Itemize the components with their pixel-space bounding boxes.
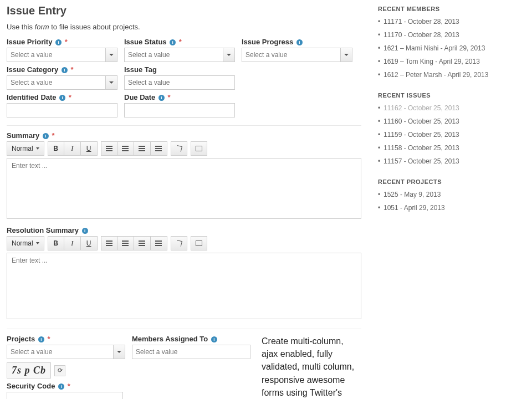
chevron-down-icon xyxy=(117,351,121,353)
link-icon xyxy=(176,240,182,247)
projects-select[interactable] xyxy=(7,345,125,359)
info-icon[interactable]: i xyxy=(43,133,49,139)
list-item[interactable]: 1621 – Mami Nishi - April 29, 2013 xyxy=(378,44,525,52)
italic-button[interactable]: I xyxy=(64,141,81,156)
dropdown-toggle[interactable] xyxy=(105,75,117,90)
recent-issues-heading: RECENT ISSUES xyxy=(378,92,525,99)
list-item[interactable]: 11170 - October 28, 2013 xyxy=(378,31,525,39)
info-icon[interactable]: i xyxy=(58,383,64,390)
info-icon[interactable]: i xyxy=(211,336,217,342)
list-item[interactable]: 1612 – Peter Marsh - April 29, 2013 xyxy=(378,71,525,79)
list-item[interactable]: 1619 – Tom King - April 29, 2013 xyxy=(378,58,525,65)
indent-icon xyxy=(155,146,162,151)
security-code-input[interactable] xyxy=(7,392,123,399)
captcha-refresh-button[interactable]: ⟳ xyxy=(54,365,65,376)
outdent-button[interactable] xyxy=(134,141,151,156)
main-form: Issue Entry Use this form to file issues… xyxy=(7,4,361,399)
summary-toolbar: Normal B I U xyxy=(7,141,361,156)
list-ul-button[interactable] xyxy=(101,141,117,156)
link-icon xyxy=(176,145,182,152)
intro-em: form xyxy=(35,23,49,31)
recent-members-heading: RECENT MEMBERS xyxy=(378,6,525,12)
recent-projects-section: RECENT PROJECTS 1525 - May 9, 2013 1051 … xyxy=(378,178,525,212)
recent-projects-heading: RECENT PROJECTS xyxy=(378,178,525,185)
info-icon[interactable]: i xyxy=(82,228,88,234)
intro-pre: Use this xyxy=(7,23,35,31)
progress-input[interactable] xyxy=(242,48,340,62)
link-button[interactable] xyxy=(171,141,187,156)
dropdown-toggle[interactable] xyxy=(223,48,235,62)
underline-button[interactable]: U xyxy=(81,236,98,250)
dropdown-toggle[interactable] xyxy=(113,345,125,359)
priority-label: Issue Priority i * xyxy=(7,38,117,46)
required-icon: * xyxy=(179,38,182,46)
marketing-text: Create multi-column, ajax enabled, fully… xyxy=(262,335,361,399)
captcha-image: 7s p Cb xyxy=(7,362,51,378)
required-icon: * xyxy=(48,335,50,343)
dropdown-toggle[interactable] xyxy=(105,48,117,62)
resolution-editor[interactable] xyxy=(7,253,361,319)
list-ul-icon xyxy=(106,241,112,246)
list-ol-icon xyxy=(122,241,129,246)
format-dropdown[interactable]: Normal xyxy=(7,141,44,156)
outdent-button[interactable] xyxy=(134,236,151,250)
list-item[interactable]: 11171 - October 28, 2013 xyxy=(378,18,525,25)
members-label: Members Assigned To i xyxy=(132,335,250,343)
due-date-input[interactable] xyxy=(124,103,235,117)
intro-text: Use this form to file issues about proje… xyxy=(7,23,361,31)
list-item[interactable]: 1051 - April 29, 2013 xyxy=(378,204,525,212)
projects-input[interactable] xyxy=(7,345,113,359)
list-item[interactable]: 11158 - October 25, 2013 xyxy=(378,144,525,152)
tag-input[interactable] xyxy=(124,75,235,90)
indent-button[interactable] xyxy=(151,141,167,156)
format-dropdown[interactable]: Normal xyxy=(7,236,44,250)
link-button[interactable] xyxy=(171,236,187,250)
required-icon: * xyxy=(69,93,71,101)
info-icon[interactable]: i xyxy=(38,336,44,342)
info-icon[interactable]: i xyxy=(62,67,68,73)
chevron-down-icon xyxy=(109,54,114,56)
list-item[interactable]: 1525 - May 9, 2013 xyxy=(378,191,525,198)
status-input[interactable] xyxy=(124,48,223,62)
status-select[interactable] xyxy=(124,48,235,62)
list-ul-button[interactable] xyxy=(101,236,117,250)
chevron-down-icon xyxy=(344,54,349,56)
chevron-down-icon xyxy=(36,147,39,150)
category-select[interactable] xyxy=(7,75,117,90)
recent-issues-section: RECENT ISSUES 11162 - October 25, 2013 1… xyxy=(378,92,525,165)
members-input[interactable] xyxy=(132,345,250,359)
priority-select[interactable] xyxy=(7,48,117,62)
category-input[interactable] xyxy=(7,75,105,90)
indent-button[interactable] xyxy=(151,236,167,250)
image-icon xyxy=(196,146,202,151)
summary-editor[interactable] xyxy=(7,158,361,219)
recent-members-section: RECENT MEMBERS 11171 - October 28, 2013 … xyxy=(378,6,525,79)
info-icon[interactable]: i xyxy=(55,39,62,45)
identified-date-input[interactable] xyxy=(7,103,117,117)
list-item[interactable]: 11160 - October 25, 2013 xyxy=(378,117,525,125)
chevron-down-icon xyxy=(227,54,231,56)
info-icon[interactable]: i xyxy=(296,39,303,45)
bold-button[interactable]: B xyxy=(48,141,64,156)
info-icon[interactable]: i xyxy=(59,95,65,101)
info-icon[interactable]: i xyxy=(158,95,165,101)
page-title: Issue Entry xyxy=(7,4,361,17)
underline-button[interactable]: U xyxy=(81,141,98,156)
image-button[interactable] xyxy=(191,141,207,156)
image-button[interactable] xyxy=(191,236,207,250)
progress-label: Issue Progress i xyxy=(242,38,352,46)
list-ul-icon xyxy=(106,146,112,151)
priority-input[interactable] xyxy=(7,48,105,62)
dropdown-toggle[interactable] xyxy=(340,48,352,62)
italic-button[interactable]: I xyxy=(64,236,81,250)
progress-select[interactable] xyxy=(242,48,352,62)
list-ol-button[interactable] xyxy=(117,141,134,156)
list-ol-button[interactable] xyxy=(117,236,134,250)
bold-button[interactable]: B xyxy=(48,236,64,250)
info-icon[interactable]: i xyxy=(170,39,176,45)
list-item[interactable]: 11157 - October 25, 2013 xyxy=(378,157,525,165)
tag-label: Issue Tag xyxy=(124,65,235,74)
list-item[interactable]: 11162 - October 25, 2013 xyxy=(378,104,525,112)
list-item[interactable]: 11159 - October 25, 2013 xyxy=(378,131,525,139)
summary-label: Summary i * xyxy=(7,131,361,140)
